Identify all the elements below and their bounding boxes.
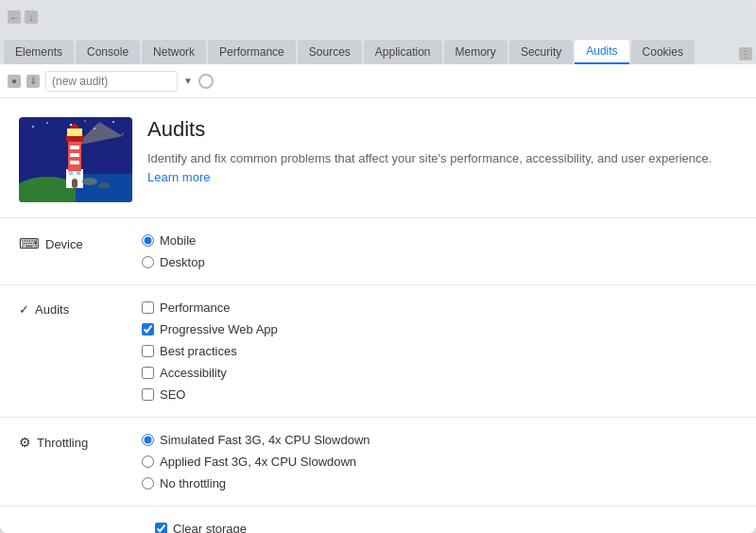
tab-console[interactable]: Console [76, 40, 140, 64]
audit-performance-checkbox[interactable] [142, 301, 154, 314]
svg-rect-22 [77, 171, 80, 175]
device-desktop-radio[interactable] [142, 256, 154, 268]
record-icon[interactable]: ● [8, 75, 21, 88]
header-text: Audits Identify and fix common problems … [147, 117, 737, 186]
audits-section: ✓ Audits Performance Progressive Web App… [0, 285, 756, 418]
svg-point-3 [70, 124, 72, 126]
svg-point-5 [112, 121, 114, 123]
throttling-label: ⚙ Throttling [19, 433, 142, 450]
tab-application[interactable]: Application [364, 40, 442, 64]
throttling-simulated-option[interactable]: Simulated Fast 3G, 4x CPU Slowdown [142, 433, 737, 447]
header-section: Audits Identify and fix common problems … [0, 98, 756, 218]
svg-point-7 [84, 120, 86, 122]
audit-best-practices-checkbox[interactable] [142, 345, 154, 357]
throttling-controls: Simulated Fast 3G, 4x CPU Slowdown Appli… [142, 433, 737, 490]
header-description: Identify and fix common problems that af… [147, 149, 737, 186]
throttling-applied-radio[interactable] [142, 456, 154, 468]
device-icon: ⌨ [19, 235, 40, 252]
svg-point-1 [32, 126, 34, 128]
device-desktop-option[interactable]: Desktop [142, 255, 737, 269]
audit-name-input[interactable] [45, 71, 178, 92]
tab-elements[interactable]: Elements [4, 40, 74, 64]
gear-icon: ⚙ [19, 435, 31, 450]
tab-security[interactable]: Security [509, 40, 573, 64]
svg-point-24 [98, 182, 110, 188]
page-title: Audits [147, 117, 737, 142]
audit-best-practices-option[interactable]: Best practices [142, 344, 737, 358]
throttling-applied-option[interactable]: Applied Fast 3G, 4x CPU Slowdown [142, 455, 737, 469]
device-label: ⌨ Device [19, 233, 142, 252]
tab-audits[interactable]: Audits [575, 40, 628, 64]
dropdown-arrow-icon[interactable]: ▼ [183, 76, 193, 86]
devtools-window: ← ↓ Elements Console Network Performance… [0, 0, 756, 533]
more-options-icon[interactable]: ⋮ [739, 47, 752, 60]
audit-performance-option[interactable]: Performance [142, 301, 737, 315]
throttling-simulated-radio[interactable] [142, 434, 154, 446]
title-bar-icons: ← ↓ [8, 10, 38, 24]
audit-pwa-option[interactable]: Progressive Web App [142, 322, 737, 336]
svg-rect-18 [67, 129, 82, 136]
main-content: Audits Identify and fix common problems … [0, 98, 756, 533]
download-icon[interactable]: ⇓ [26, 75, 40, 88]
bottom-section: Clear storage Run audits [0, 507, 756, 533]
lighthouse-image [19, 117, 132, 202]
audits-label: ✓ Audits [19, 301, 142, 317]
forward-icon[interactable]: ↓ [25, 10, 38, 24]
audit-accessibility-option[interactable]: Accessibility [142, 366, 737, 380]
throttling-section: ⚙ Throttling Simulated Fast 3G, 4x CPU S… [0, 418, 756, 507]
tab-network[interactable]: Network [142, 40, 206, 64]
tab-memory[interactable]: Memory [444, 40, 507, 64]
learn-more-link[interactable]: Learn more [147, 170, 210, 184]
audit-accessibility-checkbox[interactable] [142, 367, 154, 379]
device-mobile-radio[interactable] [142, 234, 154, 247]
throttling-none-radio[interactable] [142, 477, 154, 490]
title-bar: ← ↓ [0, 0, 756, 34]
tab-sources[interactable]: Sources [298, 40, 362, 64]
svg-rect-15 [70, 153, 79, 157]
audit-seo-checkbox[interactable] [142, 388, 154, 401]
tab-cookies[interactable]: Cookies [631, 40, 695, 64]
device-mobile-option[interactable]: Mobile [142, 233, 737, 248]
audits-controls: Performance Progressive Web App Best pra… [142, 301, 737, 402]
device-section: ⌨ Device Mobile Desktop [0, 218, 756, 285]
clear-storage-checkbox[interactable] [155, 523, 167, 533]
audit-pwa-checkbox[interactable] [142, 323, 154, 335]
tabs-bar: Elements Console Network Performance Sou… [0, 34, 756, 64]
throttling-none-option[interactable]: No throttling [142, 476, 737, 490]
svg-point-6 [122, 133, 124, 135]
back-icon[interactable]: ← [8, 10, 21, 24]
checkmark-icon: ✓ [19, 302, 29, 317]
svg-rect-20 [72, 179, 77, 188]
svg-rect-14 [70, 146, 79, 149]
reload-icon[interactable] [198, 74, 214, 89]
device-controls: Mobile Desktop [142, 233, 737, 269]
svg-rect-16 [70, 161, 79, 164]
svg-point-2 [46, 122, 48, 124]
audit-seo-option[interactable]: SEO [142, 387, 737, 402]
svg-rect-21 [69, 171, 73, 175]
clear-storage-option[interactable]: Clear storage [155, 522, 737, 533]
svg-point-23 [82, 178, 97, 185]
tab-performance[interactable]: Performance [208, 40, 296, 64]
toolbar: ● ⇓ ▼ [0, 64, 756, 98]
